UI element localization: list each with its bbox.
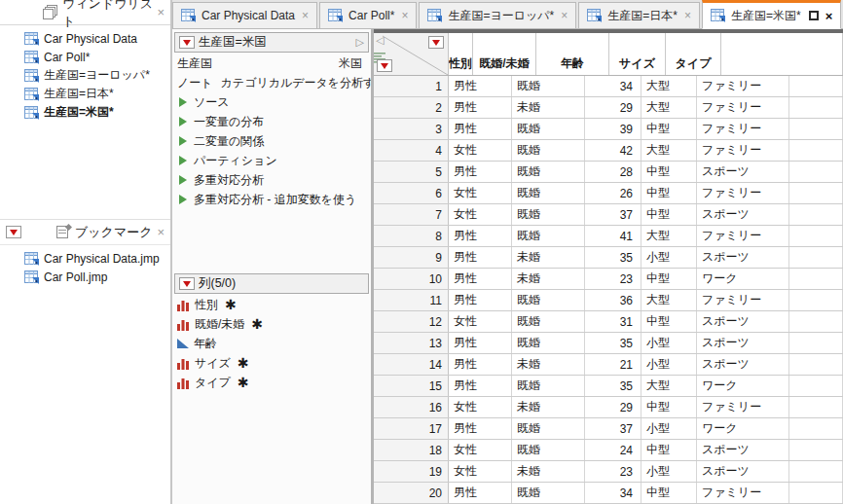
cell-type[interactable]: スポーツ	[697, 440, 789, 460]
window-list-item[interactable]: 生産国=日本*	[0, 85, 170, 103]
cell-size[interactable]: 小型	[641, 461, 697, 482]
red-triangle-menu-icon[interactable]	[6, 226, 21, 238]
cell-size[interactable]: 大型	[641, 226, 697, 246]
cell-empty[interactable]	[789, 483, 843, 503]
cell-empty[interactable]	[789, 183, 843, 203]
cell-size[interactable]: 大型	[641, 97, 697, 118]
run-script-icon[interactable]	[179, 195, 187, 204]
cell-sex[interactable]: 女性	[449, 440, 512, 460]
collapse-panel-icon[interactable]: ◁	[376, 34, 384, 47]
cell-empty[interactable]	[789, 226, 843, 246]
tab-close-icon[interactable]: ×	[302, 9, 309, 22]
row-number-cell[interactable]: 16	[374, 397, 449, 417]
cell-sex[interactable]: 男性	[449, 290, 512, 310]
columns-menu-icon[interactable]	[428, 36, 444, 49]
red-triangle-menu-icon[interactable]	[179, 277, 195, 290]
row-number-cell[interactable]: 12	[374, 311, 449, 332]
cell-type[interactable]: ファミリー	[697, 183, 789, 203]
cell-age[interactable]: 24	[585, 440, 641, 460]
cell-empty[interactable]	[789, 354, 843, 375]
column-header-cell[interactable]: 性別	[449, 33, 473, 75]
cell-empty[interactable]	[789, 440, 843, 460]
cell-sex[interactable]: 男性	[449, 247, 512, 268]
table-script-item[interactable]: 一変量の分布	[172, 112, 371, 131]
cell-type[interactable]: スポーツ	[697, 247, 789, 268]
cell-size[interactable]: 小型	[641, 247, 697, 268]
cell-marital[interactable]: 未婚	[512, 247, 585, 268]
cell-marital[interactable]: 既婚	[512, 290, 585, 310]
cell-size[interactable]: 中型	[641, 183, 697, 203]
cell-empty[interactable]	[789, 376, 843, 396]
cell-marital[interactable]: 未婚	[512, 269, 585, 289]
tab-close-icon[interactable]: ×	[684, 9, 691, 22]
cell-age[interactable]: 41	[585, 226, 641, 246]
cell-type[interactable]: スポーツ	[697, 204, 789, 225]
expand-right-icon[interactable]: ▷	[356, 36, 364, 49]
red-triangle-menu-icon[interactable]	[179, 36, 195, 49]
maximize-icon[interactable]	[809, 11, 819, 20]
cell-size[interactable]: 小型	[641, 333, 697, 353]
cell-empty[interactable]	[789, 311, 843, 332]
column-header-cell[interactable]: 既婚/未婚	[473, 33, 536, 75]
cell-empty[interactable]	[789, 418, 843, 439]
cell-age[interactable]: 39	[585, 119, 641, 139]
cell-age[interactable]: 35	[585, 247, 641, 268]
cell-sex[interactable]: 男性	[449, 269, 512, 289]
row-number-cell[interactable]: 7	[374, 204, 449, 225]
row-number-cell[interactable]: 3	[374, 119, 449, 139]
cell-type[interactable]: ファミリー	[697, 140, 789, 161]
cell-size[interactable]: 大型	[641, 140, 697, 161]
cell-age[interactable]: 35	[585, 333, 641, 353]
column-list-item[interactable]: 年齢	[172, 334, 371, 353]
tab-close-icon[interactable]: ×	[401, 9, 408, 22]
cell-sex[interactable]: 女性	[449, 204, 512, 225]
cell-size[interactable]: 中型	[641, 311, 697, 332]
cell-type[interactable]: スポーツ	[697, 461, 789, 482]
cell-empty[interactable]	[789, 269, 843, 289]
cell-age[interactable]: 31	[585, 311, 641, 332]
cell-sex[interactable]: 男性	[449, 354, 512, 375]
row-number-cell[interactable]: 11	[374, 290, 449, 310]
cell-marital[interactable]: 既婚	[512, 183, 585, 203]
cell-marital[interactable]: 未婚	[512, 354, 585, 375]
row-number-cell[interactable]: 1	[374, 76, 449, 96]
row-number-cell[interactable]: 15	[374, 376, 449, 396]
cell-sex[interactable]: 男性	[449, 162, 512, 182]
window-list-item[interactable]: 生産国=米国*	[0, 103, 170, 122]
cell-empty[interactable]	[789, 119, 843, 139]
cell-age[interactable]: 37	[585, 204, 641, 225]
run-script-icon[interactable]	[179, 117, 187, 126]
run-script-icon[interactable]	[179, 97, 187, 107]
row-number-cell[interactable]: 5	[374, 162, 449, 182]
cell-size[interactable]: 中型	[641, 397, 697, 417]
cell-age[interactable]: 29	[585, 397, 641, 417]
cell-age[interactable]: 23	[585, 461, 641, 482]
row-number-cell[interactable]: 17	[374, 418, 449, 439]
cell-type[interactable]: ワーク	[697, 269, 789, 289]
cell-size[interactable]: 中型	[641, 119, 697, 139]
row-number-cell[interactable]: 14	[374, 354, 449, 375]
cell-empty[interactable]	[789, 333, 843, 353]
window-list-item[interactable]: 生産国=ヨーロッパ*	[0, 66, 170, 85]
cell-empty[interactable]	[789, 247, 843, 268]
document-tab[interactable]: 生産国=日本* ×	[578, 2, 700, 28]
cell-empty[interactable]	[789, 140, 843, 161]
cell-sex[interactable]: 女性	[449, 461, 512, 482]
bookmark-item[interactable]: Car Poll.jmp	[0, 268, 170, 286]
bookmark-item[interactable]: Car Physical Data.jmp	[0, 249, 170, 268]
cell-size[interactable]: 大型	[641, 376, 697, 396]
cell-empty[interactable]	[789, 76, 843, 96]
cell-sex[interactable]: 男性	[449, 376, 512, 396]
cell-size[interactable]: 中型	[641, 440, 697, 460]
row-number-cell[interactable]: 2	[374, 97, 449, 118]
cell-age[interactable]: 35	[585, 376, 641, 396]
row-number-cell[interactable]: 6	[374, 183, 449, 203]
cell-type[interactable]: ファミリー	[697, 119, 789, 139]
cell-empty[interactable]	[789, 204, 843, 225]
tab-close-icon[interactable]: ×	[561, 9, 568, 22]
cell-sex[interactable]: 男性	[449, 97, 512, 118]
close-icon[interactable]: ×	[157, 226, 165, 238]
row-number-cell[interactable]: 18	[374, 440, 449, 460]
cell-type[interactable]: ファミリー	[697, 226, 789, 246]
cell-age[interactable]: 26	[585, 183, 641, 203]
